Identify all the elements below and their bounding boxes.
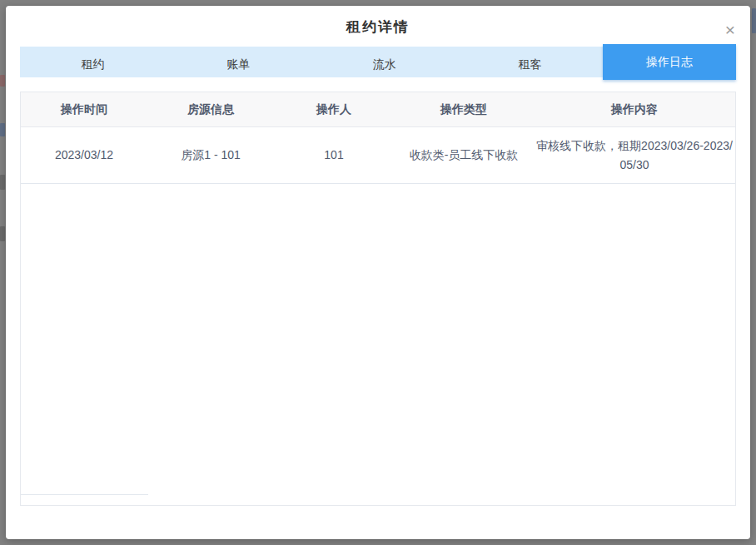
backdrop-sidebar-hint [0,226,5,241]
tab-operation-log[interactable]: 操作日志 [603,44,736,80]
cell-operator: 101 [274,127,394,183]
backdrop-sidebar-hint [0,175,5,190]
backdrop-sidebar-hint [0,75,5,87]
backdrop-page-hint [752,8,756,33]
cell-operation-content: 审核线下收款，租期2023/03/26-2023/05/30 [534,127,735,183]
column-header-operator: 操作人 [274,92,394,126]
cell-property-info: 房源1 - 101 [147,127,274,183]
table-row: 2023/03/12 房源1 - 101 101 收款类-员工线下收款 审核线下… [21,127,735,184]
tab-bills[interactable]: 账单 [166,47,311,82]
cell-operation-type: 收款类-员工线下收款 [394,127,534,183]
column-header-operation-time: 操作时间 [21,92,147,126]
column-header-operation-type: 操作类型 [394,92,534,126]
operation-log-panel: 操作时间 房源信息 操作人 操作类型 操作内容 2023/03/12 房源1 -… [20,92,736,506]
modal-title: 租约详情 [6,6,750,49]
screen: { "modal": { "title": "租约详情", "close_ico… [0,0,756,545]
cell-operation-time: 2023/03/12 [21,127,147,183]
table-header-row: 操作时间 房源信息 操作人 操作类型 操作内容 [21,92,735,127]
close-icon[interactable]: × [725,21,735,38]
operation-log-table: 操作时间 房源信息 操作人 操作类型 操作内容 2023/03/12 房源1 -… [20,92,736,506]
tab-transactions[interactable]: 流水 [311,47,457,82]
modal-header: 租约详情 × [6,6,750,47]
tab-tenant[interactable]: 租客 [457,47,603,82]
lease-detail-modal: 租约详情 × 租约 账单 流水 租客 操作日志 操作时间 房源信息 操作人 操作… [6,6,750,539]
fixed-column-border [21,494,148,495]
backdrop-sidebar-hint [0,123,5,136]
tab-lease[interactable]: 租约 [20,47,166,82]
column-header-property-info: 房源信息 [147,92,274,126]
tab-bar: 租约 账单 流水 租客 操作日志 [20,47,736,77]
column-header-operation-content: 操作内容 [534,92,735,126]
